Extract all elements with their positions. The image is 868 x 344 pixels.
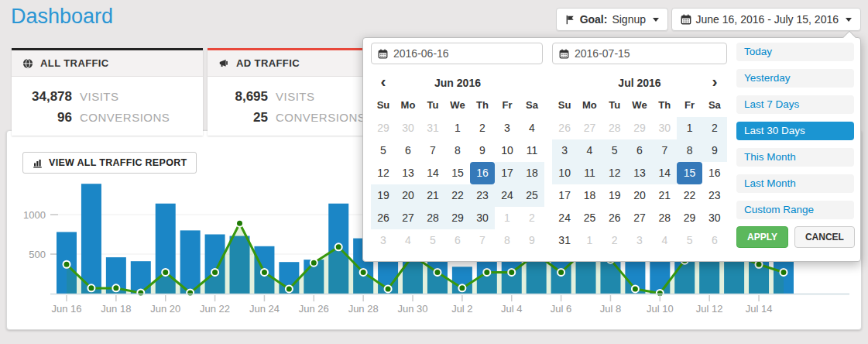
calendar-day[interactable]: 6 bbox=[445, 229, 470, 252]
goal-button[interactable]: Goal: Signup bbox=[556, 8, 668, 31]
calendar-day[interactable]: 10 bbox=[552, 162, 577, 184]
calendar-day[interactable]: 3 bbox=[371, 229, 396, 252]
calendar-day[interactable]: 6 bbox=[702, 229, 727, 252]
calendar-day[interactable]: 4 bbox=[396, 229, 420, 252]
calendar-day[interactable]: 22 bbox=[677, 184, 702, 207]
calendar-day[interactable]: 1 bbox=[495, 207, 520, 229]
range-option[interactable]: Last Month bbox=[736, 174, 854, 193]
calendar-day[interactable]: 3 bbox=[552, 139, 577, 162]
calendar-day[interactable]: 1 bbox=[445, 117, 470, 139]
calendar-day[interactable]: 9 bbox=[520, 229, 544, 252]
calendar-day[interactable]: 16 bbox=[702, 162, 727, 184]
calendar-day[interactable]: 2 bbox=[602, 229, 627, 252]
calendar-day[interactable]: 11 bbox=[577, 162, 602, 184]
calendar-day[interactable]: 8 bbox=[495, 229, 520, 252]
calendar-day[interactable]: 24 bbox=[552, 207, 577, 229]
calendar-day[interactable]: 28 bbox=[652, 207, 677, 229]
calendar-day[interactable]: 29 bbox=[677, 207, 702, 229]
calendar-day[interactable]: 30 bbox=[652, 117, 677, 139]
prev-month-button[interactable]: ‹ bbox=[374, 71, 393, 92]
calendar-day[interactable]: 19 bbox=[602, 184, 627, 207]
calendar-day[interactable]: 25 bbox=[577, 207, 602, 229]
calendar-day[interactable]: 23 bbox=[702, 184, 727, 207]
calendar-day[interactable]: 27 bbox=[577, 117, 602, 139]
calendar-day[interactable]: 14 bbox=[420, 162, 445, 184]
calendar-day[interactable]: 26 bbox=[602, 207, 627, 229]
calendar-day[interactable]: 5 bbox=[371, 139, 396, 162]
calendar-day[interactable]: 26 bbox=[552, 117, 577, 139]
calendar-day[interactable]: 23 bbox=[470, 184, 495, 207]
calendar-day[interactable]: 14 bbox=[652, 162, 677, 184]
calendar-day[interactable]: 6 bbox=[396, 139, 420, 162]
range-option[interactable]: This Month bbox=[736, 148, 854, 167]
calendar-day[interactable]: 6 bbox=[627, 139, 652, 162]
calendar-day[interactable]: 21 bbox=[652, 184, 677, 207]
calendar-day[interactable]: 27 bbox=[627, 207, 652, 229]
calendar-day[interactable]: 17 bbox=[495, 162, 520, 184]
calendar-day[interactable]: 22 bbox=[445, 184, 470, 207]
calendar-day[interactable]: 7 bbox=[652, 139, 677, 162]
calendar-day[interactable]: 1 bbox=[677, 117, 702, 139]
calendar-day[interactable]: 15 bbox=[677, 162, 702, 184]
calendar-day[interactable]: 30 bbox=[470, 207, 495, 229]
calendar-day[interactable]: 29 bbox=[371, 117, 396, 139]
view-all-traffic-report-button[interactable]: VIEW ALL TRAFFIC REPORT bbox=[22, 152, 197, 174]
calendar-day[interactable]: 5 bbox=[420, 229, 445, 252]
calendar-day[interactable]: 19 bbox=[371, 184, 396, 207]
calendar-day[interactable]: 1 bbox=[577, 229, 602, 252]
range-option[interactable]: Custom Range bbox=[736, 201, 854, 219]
range-option[interactable]: Yesterday bbox=[736, 69, 854, 88]
calendar-day[interactable]: 8 bbox=[445, 139, 470, 162]
calendar-day[interactable]: 3 bbox=[495, 117, 520, 139]
apply-button[interactable]: APPLY bbox=[736, 226, 788, 248]
calendar-day[interactable]: 25 bbox=[520, 184, 544, 207]
next-month-button[interactable]: › bbox=[705, 71, 724, 92]
calendar-day[interactable]: 27 bbox=[396, 207, 420, 229]
calendar-day[interactable]: 31 bbox=[552, 229, 577, 252]
calendar-day[interactable]: 13 bbox=[627, 162, 652, 184]
calendar-day[interactable]: 18 bbox=[577, 184, 602, 207]
range-option[interactable]: Last 30 Days bbox=[736, 122, 854, 140]
calendar-day[interactable]: 8 bbox=[677, 139, 702, 162]
range-option[interactable]: Last 7 Days bbox=[736, 95, 854, 114]
calendar-day[interactable]: 10 bbox=[495, 139, 520, 162]
calendar-day[interactable]: 28 bbox=[420, 207, 445, 229]
calendar-day[interactable]: 3 bbox=[627, 229, 652, 252]
calendar-day[interactable]: 24 bbox=[495, 184, 520, 207]
calendar-day[interactable]: 13 bbox=[396, 162, 420, 184]
calendar-day[interactable]: 4 bbox=[652, 229, 677, 252]
calendar-day[interactable]: 20 bbox=[396, 184, 420, 207]
calendar-day[interactable]: 9 bbox=[702, 139, 727, 162]
calendar-day[interactable]: 18 bbox=[520, 162, 544, 184]
calendar-day[interactable]: 16 bbox=[470, 162, 495, 184]
calendar-day[interactable]: 2 bbox=[470, 117, 495, 139]
calendar-day[interactable]: 28 bbox=[602, 117, 627, 139]
calendar-day[interactable]: 2 bbox=[520, 207, 544, 229]
calendar-day[interactable]: 29 bbox=[445, 207, 470, 229]
calendar-day[interactable]: 4 bbox=[577, 139, 602, 162]
calendar-day[interactable]: 11 bbox=[520, 139, 544, 162]
calendar-day[interactable]: 2 bbox=[702, 117, 727, 139]
calendar-day[interactable]: 7 bbox=[470, 229, 495, 252]
end-date-input[interactable] bbox=[575, 47, 720, 60]
date-range-button[interactable]: June 16, 2016 - July 15, 2016 bbox=[671, 8, 861, 31]
calendar-day[interactable]: 5 bbox=[677, 229, 702, 252]
calendar-day[interactable]: 31 bbox=[420, 117, 445, 139]
range-option[interactable]: Today bbox=[736, 43, 854, 61]
calendar-day[interactable]: 12 bbox=[602, 162, 627, 184]
calendar-day[interactable]: 29 bbox=[627, 117, 652, 139]
calendar-day[interactable]: 5 bbox=[602, 139, 627, 162]
calendar-day[interactable]: 4 bbox=[520, 117, 544, 139]
calendar-day[interactable]: 30 bbox=[702, 207, 727, 229]
cancel-button[interactable]: CANCEL bbox=[794, 226, 855, 248]
calendar-day[interactable]: 30 bbox=[396, 117, 420, 139]
calendar-day[interactable]: 20 bbox=[627, 184, 652, 207]
calendar-day[interactable]: 21 bbox=[420, 184, 445, 207]
calendar-day[interactable]: 17 bbox=[552, 184, 577, 207]
start-date-input[interactable] bbox=[393, 47, 536, 60]
calendar-day[interactable]: 7 bbox=[420, 139, 445, 162]
calendar-day[interactable]: 12 bbox=[371, 162, 396, 184]
calendar-day[interactable]: 26 bbox=[371, 207, 396, 229]
calendar-day[interactable]: 15 bbox=[445, 162, 470, 184]
calendar-day[interactable]: 9 bbox=[470, 139, 495, 162]
